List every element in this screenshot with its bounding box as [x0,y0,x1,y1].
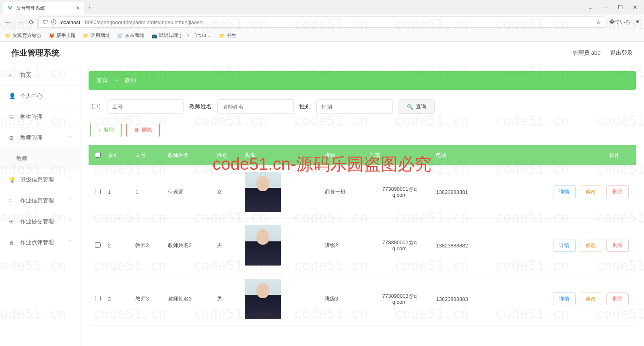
sidebar-item-label: 学生管理 [20,113,43,121]
minimize-icon[interactable]: ― [603,4,608,10]
bookmark-icon: 📁 [5,33,11,39]
row-delete-button[interactable]: 删除 [606,239,629,252]
row-actions: 详情 修改 删除 [499,292,633,305]
data-table: 索引工号教师姓名性别头像班级邮箱电话操作 1 1 何老师 女 商务一班 7738… [89,145,636,326]
sidebar: ⌂首页👤个人中心˅☰学生管理˅⚙教师管理˄教师💡班级信息管理˅≡作业信息管理˅✈… [0,42,80,346]
search-input-性别[interactable] [316,99,393,114]
row-delete-button[interactable]: 删除 [606,292,629,305]
detail-button[interactable]: 详情 [553,292,576,305]
cell-avatar [242,219,311,272]
star-icon[interactable]: ☆ [596,19,601,25]
send-icon: ✈ [9,218,15,225]
bookmark-item[interactable]: 🦊新手上路 [49,32,76,39]
cell-empty [311,165,322,219]
sidebar-item[interactable]: ☰学生管理˅ [0,107,80,128]
bookmark-item[interactable]: 📁火狐官方站点 [5,32,41,39]
cell-empty [311,219,322,272]
bookmark-item[interactable]: 📺哔哩哔哩 ( ゜- ゜)つロ ... [151,32,212,39]
sidebar-item[interactable]: 💡班级信息管理˅ [0,169,80,190]
chevron-down-icon[interactable]: ⌄ [588,4,593,10]
new-tab-button[interactable]: + [84,3,96,12]
sidebar-item[interactable]: ✈作业提交管理˅ [0,211,80,232]
url-input[interactable]: 🛡 ⓘ localhost:8080/springboot4prsj/admin… [38,16,605,28]
cell-banji: 商务一班 [322,165,366,219]
cell-avatar [242,165,311,219]
sidebar-item[interactable]: ≡作业信息管理˅ [0,190,80,211]
cell-name: 何老师 [165,165,214,219]
search-field-label: 教师姓名 [189,103,212,110]
detail-button[interactable]: 详情 [553,239,576,252]
row-checkbox[interactable] [95,189,101,194]
cell-gender: 男 [214,272,241,326]
cell-name: 教师姓名3 [165,272,214,326]
sidebar-item[interactable]: ⚙教师管理˄ [0,128,80,148]
shield-icon: 🛡 [43,19,48,25]
edit-button[interactable]: 修改 [580,239,602,252]
bookmark-icon: 📁 [219,33,225,39]
bookmark-item[interactable]: 📁常用网址 [83,32,110,39]
url-host: localhost [60,19,80,25]
add-button[interactable]: + 新增 [90,123,122,137]
user-label[interactable]: 管理员 abo [573,49,601,57]
sidebar-item[interactable]: 🖥作业点评管理˅ [0,232,80,253]
tab-title: 后台管理系统 [16,5,45,12]
bookmark-icon: 🛒 [117,33,123,39]
chevron-down-icon: ˅ [69,219,71,224]
row-checkbox[interactable] [95,242,101,248]
logout-button[interactable]: 退出登录 [610,49,633,57]
trash-icon: 🗑 [134,127,139,133]
action-row: + 新增 🗑 删除 [89,123,636,137]
list-icon: ☰ [9,114,15,120]
breadcrumb-home[interactable]: 首页 [97,77,108,83]
delete-button-label: 删除 [142,126,152,134]
sidebar-item[interactable]: 👤个人中心˅ [0,86,80,107]
breadcrumb: 首页 → 教师 [89,71,636,90]
cell-phone: 13823888883 [433,272,495,326]
search-input-教师姓名[interactable] [217,99,294,114]
sidebar-item[interactable]: ⌂首页 [0,65,80,86]
extensions-icon[interactable]: �ている [609,19,630,26]
table-header-cell [89,145,105,165]
edit-button[interactable]: 修改 [580,292,602,305]
bookmark-label: 书生 [227,32,236,39]
vue-favicon-icon [7,5,13,11]
table-header-cell: 工号 [132,145,164,165]
url-path: :8080/springboot4prsj/admin/dist/index.h… [83,19,203,25]
search-button[interactable]: 🔍 查询 [398,99,435,114]
home-icon: ⌂ [9,72,15,78]
reload-icon[interactable]: ⟳ [29,19,34,26]
sidebar-item-label: 作业提交管理 [20,218,54,225]
table-header-cell: 性别 [214,145,241,165]
select-all-checkbox[interactable] [95,152,101,158]
back-icon[interactable]: ← [5,19,11,26]
bookmark-item[interactable]: 📁书生 [219,32,236,39]
close-window-icon[interactable]: ✕ [633,4,638,10]
edit-button[interactable]: 修改 [580,185,602,198]
lock-icon: ⓘ [51,19,56,26]
forward-icon[interactable]: → [17,19,23,26]
detail-button[interactable]: 详情 [553,185,576,198]
menu-icon[interactable]: ≡ [636,19,639,26]
close-tab-icon[interactable]: ✕ [76,5,80,11]
tab-bar: 后台管理系统 ✕ + ⌄ ― ☐ ✕ [0,0,644,14]
breadcrumb-current: 教师 [125,77,136,83]
maximize-icon[interactable]: ☐ [618,4,623,10]
sidebar-item-label: 作业点评管理 [20,239,54,246]
cell-banji: 班级3 [322,272,366,326]
table-header-cell: 操作 [495,145,636,165]
table-row: 3 教师3 教师姓名3 男 班级3 773890003@qq.com 13823… [89,272,636,326]
search-input-工号[interactable] [107,99,184,114]
search-icon: 🔍 [407,104,413,110]
cell-index: 3 [105,272,132,326]
table-header-cell: 邮箱 [366,145,433,165]
browser-tab[interactable]: 后台管理系统 ✕ [3,2,84,14]
sidebar-item-label: 首页 [20,72,31,79]
row-checkbox[interactable] [95,296,101,301]
sidebar-item-label: 教师管理 [20,134,43,142]
sidebar-subitem[interactable]: 教师 [0,148,80,169]
row-actions: 详情 修改 删除 [499,185,633,198]
table-header-cell: 头像 [242,145,311,165]
bookmark-item[interactable]: 🛒京东商城 [117,32,144,39]
delete-button[interactable]: 🗑 删除 [126,123,160,137]
row-delete-button[interactable]: 删除 [606,185,629,198]
